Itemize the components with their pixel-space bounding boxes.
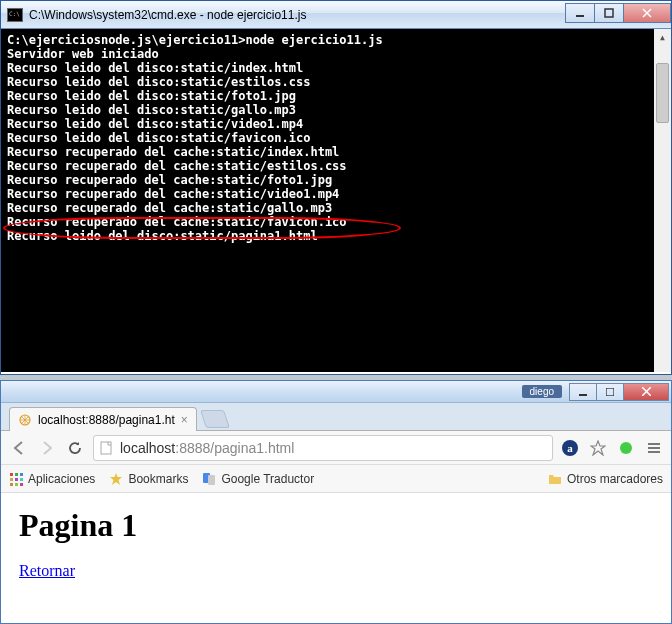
svg-rect-3 <box>606 388 614 396</box>
translate-icon <box>202 472 216 486</box>
bookmarks-bar: Aplicaciones Bookmarks Google Traductor … <box>1 465 671 493</box>
apps-label: Aplicaciones <box>28 472 95 486</box>
cmd-prompt-line: C:\ejerciciosnode.js\ejercicio11>node ej… <box>7 33 665 47</box>
tab-close-button[interactable]: × <box>181 413 188 427</box>
cmd-output-line: Servidor web iniciado <box>7 47 665 61</box>
tab-strip: localhost:8888/pagina1.ht × <box>1 403 671 431</box>
window-buttons <box>566 3 671 23</box>
bookmark-label: Bookmarks <box>128 472 188 486</box>
cmd-output-line: Recurso leido del disco:static/gallo.mp3 <box>7 103 665 117</box>
extension-a-icon[interactable]: a <box>561 439 579 457</box>
svg-rect-0 <box>576 15 584 17</box>
svg-rect-13 <box>15 473 18 476</box>
other-bookmarks-label: Otros marcadores <box>567 472 663 486</box>
tab-label: localhost:8888/pagina1.ht <box>38 413 175 427</box>
bookmark-label: Google Traductor <box>221 472 314 486</box>
maximize-icon <box>606 388 614 396</box>
scroll-thumb[interactable] <box>656 63 669 123</box>
browser-titlebar[interactable]: diego <box>1 381 671 403</box>
svg-rect-15 <box>10 478 13 481</box>
svg-rect-1 <box>605 9 613 17</box>
cmd-output-line: Recurso recuperado del cache:static/vide… <box>7 187 665 201</box>
minimize-icon <box>575 8 585 18</box>
cmd-scrollbar[interactable]: ▲ <box>654 29 671 372</box>
svg-rect-2 <box>579 394 587 396</box>
svg-text:a: a <box>567 442 573 454</box>
svg-rect-5 <box>101 442 111 454</box>
browser-maximize-button[interactable] <box>596 383 624 401</box>
cmd-output-line: Recurso leido del disco:static/foto1.jpg <box>7 89 665 103</box>
url-port: :8888 <box>175 440 210 456</box>
svg-rect-10 <box>648 447 660 449</box>
cmd-body[interactable]: C:\ejerciciosnode.js\ejercicio11>node ej… <box>1 29 671 372</box>
cmd-output-line: Recurso leido del disco:static/estilos.c… <box>7 75 665 89</box>
cmd-icon <box>7 8 23 22</box>
bookmark-item-bookmarks[interactable]: Bookmarks <box>109 472 188 486</box>
back-arrow-icon <box>11 440 27 456</box>
browser-window: diego localhost:8888/pagina1.ht × <box>0 380 672 624</box>
svg-rect-14 <box>20 473 23 476</box>
address-bar[interactable]: localhost:8888/pagina1.html <box>93 435 553 461</box>
menu-icon[interactable] <box>645 439 663 457</box>
svg-rect-20 <box>20 483 23 486</box>
cmd-output-line: Recurso leido del disco:static/video1.mp… <box>7 117 665 131</box>
cmd-titlebar[interactable]: C:\Windows\system32\cmd.exe - node ejerc… <box>1 1 671 29</box>
page-heading: Pagina 1 <box>19 507 653 544</box>
star-icon <box>109 472 123 486</box>
close-icon <box>642 387 651 396</box>
cmd-output-line: Recurso recuperado del cache:static/esti… <box>7 159 665 173</box>
page-content: Pagina 1 Retornar <box>1 493 671 594</box>
svg-rect-11 <box>648 451 660 453</box>
new-tab-button[interactable] <box>200 410 230 428</box>
browser-tab[interactable]: localhost:8888/pagina1.ht × <box>9 407 197 431</box>
apps-shortcut[interactable]: Aplicaciones <box>9 472 95 486</box>
apps-grid-icon <box>9 472 23 486</box>
browser-close-button[interactable] <box>623 383 669 401</box>
url-path: /pagina1.html <box>210 440 294 456</box>
bookmark-star-icon[interactable] <box>589 439 607 457</box>
cmd-output-line: Recurso recuperado del cache:static/favi… <box>7 215 665 229</box>
extension-icons: a <box>561 439 663 457</box>
cmd-output-line: Recurso leido del disco:static/index.htm… <box>7 61 665 75</box>
browser-toolbar: localhost:8888/pagina1.html a <box>1 431 671 465</box>
cmd-output-line: Recurso leido del disco:static/favicon.i… <box>7 131 665 145</box>
browser-minimize-button[interactable] <box>569 383 597 401</box>
forward-button[interactable] <box>37 438 57 458</box>
minimize-icon <box>579 388 587 396</box>
svg-rect-12 <box>10 473 13 476</box>
svg-rect-16 <box>15 478 18 481</box>
svg-rect-9 <box>648 443 660 445</box>
maximize-button[interactable] <box>594 3 624 23</box>
browser-window-buttons <box>570 383 669 401</box>
other-bookmarks[interactable]: Otros marcadores <box>548 472 663 486</box>
cmd-window: C:\Windows\system32\cmd.exe - node ejerc… <box>0 0 672 375</box>
svg-rect-19 <box>15 483 18 486</box>
url-host: localhost <box>120 440 175 456</box>
svg-rect-22 <box>208 475 215 485</box>
maximize-icon <box>604 8 614 18</box>
reload-icon <box>67 440 83 456</box>
svg-rect-18 <box>10 483 13 486</box>
close-button[interactable] <box>623 3 671 23</box>
cmd-output-line: Recurso recuperado del cache:static/gall… <box>7 201 665 215</box>
back-button[interactable] <box>9 438 29 458</box>
svg-point-8 <box>620 442 632 454</box>
cmd-output-line: Recurso recuperado del cache:static/inde… <box>7 145 665 159</box>
cmd-output-line: Recurso leido del disco:static/pagina1.h… <box>7 229 665 243</box>
close-icon <box>642 8 652 18</box>
svg-rect-17 <box>20 478 23 481</box>
folder-icon <box>548 472 562 486</box>
tab-favicon-icon <box>18 413 32 427</box>
return-link[interactable]: Retornar <box>19 562 75 579</box>
scroll-up-button[interactable]: ▲ <box>654 29 671 46</box>
cmd-output-line: Recurso recuperado del cache:static/foto… <box>7 173 665 187</box>
bookmark-item-translator[interactable]: Google Traductor <box>202 472 314 486</box>
extension-green-icon[interactable] <box>617 439 635 457</box>
minimize-button[interactable] <box>565 3 595 23</box>
forward-arrow-icon <box>39 440 55 456</box>
reload-button[interactable] <box>65 438 85 458</box>
cmd-title: C:\Windows\system32\cmd.exe - node ejerc… <box>29 8 566 22</box>
browser-user-badge[interactable]: diego <box>522 385 562 398</box>
page-icon <box>100 441 114 455</box>
